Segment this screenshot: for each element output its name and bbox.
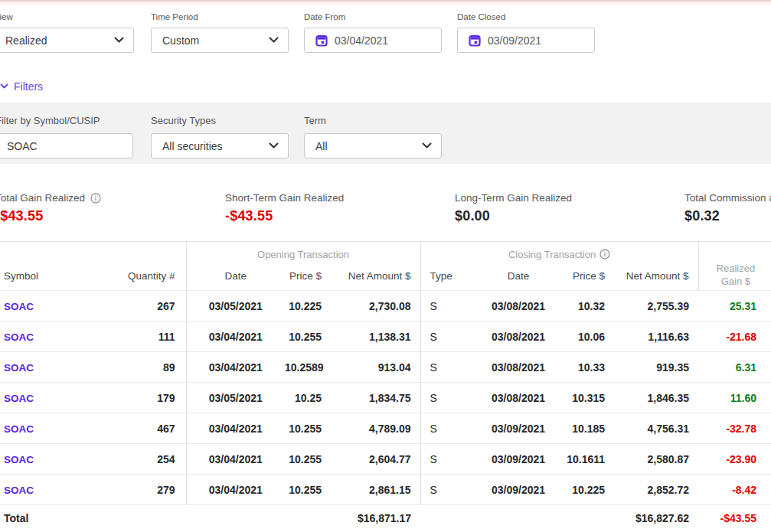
symbol-link[interactable]: SOAC [4, 485, 34, 496]
chevron-down-icon [0, 83, 8, 90]
cell-close-net: 1,116.63 [613, 321, 698, 352]
cell-close-date: 03/08/2021 [472, 321, 564, 352]
symbol-link[interactable]: SOAC [4, 331, 34, 343]
table-row: SOAC 111 03/04/2021 10.255 1,138.31 S 03… [0, 321, 771, 352]
total-label: Total [0, 505, 186, 532]
symbol-filter-input[interactable]: SOAC [0, 133, 133, 158]
cell-realized-gain: 6.31 [698, 352, 771, 383]
table-footer: Total $16,871.17 $16,827.62 -$43.55 [0, 505, 771, 532]
filter-panel: Filter by Symbol/CUSIP SOAC Security Typ… [0, 103, 771, 164]
date-closed-field: Date Closed 03/09/2021 [457, 12, 595, 53]
info-icon[interactable] [90, 193, 101, 204]
cell-open-net: 2,861.15 [331, 475, 420, 505]
cell-open-price: 10.255 [285, 475, 331, 505]
column-header-open-net: Net Amount $ [331, 262, 420, 291]
cell-close-price: 10.225 [564, 475, 613, 505]
cell-close-net: 2,755.39 [613, 291, 698, 321]
cell-close-date: 03/09/2021 [472, 413, 564, 444]
cell-close-date: 03/09/2021 [472, 475, 564, 505]
cell-open-net: 2,730.08 [331, 291, 420, 321]
top-controls: View Realized Time Period Custom Date Fr… [0, 12, 771, 53]
cell-open-net: 1,138.31 [331, 321, 420, 352]
column-header-close-net: Net Amount $ [613, 262, 698, 291]
cell-open-date: 03/04/2021 [186, 413, 285, 444]
stat-short-term-label: Short-Term Gain Realized [225, 192, 344, 204]
cell-open-price: 10.225 [285, 291, 331, 321]
cell-close-net: 1,846.35 [613, 383, 698, 413]
top-accent-bar [0, 0, 771, 5]
cell-open-price: 10.25 [285, 383, 331, 413]
term-select[interactable]: All [304, 133, 442, 158]
symbol-link[interactable]: SOAC [4, 301, 34, 312]
column-header-quantity: Quantity # [92, 262, 186, 291]
filters-toggle[interactable]: Filters [0, 80, 43, 93]
symbol-link[interactable]: SOAC [4, 423, 34, 435]
stat-short-term-gain: Short-Term Gain Realized -$43.55 [225, 192, 455, 224]
table-row: SOAC 267 03/05/2021 10.225 2,730.08 S 03… [0, 291, 771, 321]
cell-open-price: 10.255 [285, 413, 331, 444]
date-from-field: Date From 03/04/2021 [304, 12, 442, 53]
cell-quantity: 467 [92, 413, 186, 444]
date-from-input[interactable]: 03/04/2021 [304, 28, 442, 53]
cell-close-net: 2,852.72 [613, 475, 698, 505]
table-row: SOAC 279 03/04/2021 10.255 2,861.15 S 03… [0, 475, 771, 505]
stat-total-commission: Total Commission a $0.32 [684, 192, 771, 224]
cell-realized-gain: -8.42 [698, 475, 771, 505]
cell-quantity: 279 [92, 475, 186, 505]
date-closed-input[interactable]: 03/09/2021 [457, 28, 595, 53]
info-icon[interactable] [599, 249, 610, 259]
cell-close-net: 919.35 [613, 352, 698, 383]
cell-close-date: 03/09/2021 [472, 444, 564, 475]
security-types-label: Security Types [151, 115, 289, 126]
cell-close-date: 03/08/2021 [472, 291, 564, 321]
cell-open-net: 913.04 [331, 352, 420, 383]
realized-gains-table: Opening Transaction Closing Transaction … [0, 241, 771, 532]
calendar-icon[interactable] [315, 34, 328, 47]
security-types-select[interactable]: All securities [151, 133, 289, 158]
cell-open-date: 03/04/2021 [186, 321, 285, 352]
table-row: SOAC 179 03/05/2021 10.25 1,834.75 S 03/… [0, 383, 771, 413]
stat-total-commission-label: Total Commission a [684, 192, 771, 204]
stat-long-term-gain: Long-Term Gain Realized $0.00 [455, 192, 684, 224]
symbol-link[interactable]: SOAC [4, 454, 34, 465]
table-header: Opening Transaction Closing Transaction … [0, 242, 771, 291]
cell-type: S [420, 383, 472, 413]
cell-close-date: 03/08/2021 [472, 352, 564, 383]
chevron-down-icon [114, 37, 124, 44]
table-body: SOAC 267 03/05/2021 10.225 2,730.08 S 03… [0, 291, 771, 505]
cell-open-net: 4,789.09 [331, 413, 420, 444]
cell-realized-gain: -23.90 [698, 444, 771, 475]
cell-quantity: 89 [92, 352, 186, 383]
column-header-open-price: Price $ [285, 262, 331, 291]
symbol-link[interactable]: SOAC [4, 393, 34, 404]
cell-close-price: 10.33 [564, 352, 613, 383]
opening-transaction-group-header: Opening Transaction [186, 242, 420, 262]
term-label: Term [304, 115, 442, 126]
filters-toggle-label: Filters [14, 80, 43, 93]
cell-close-date: 03/08/2021 [472, 383, 564, 413]
cell-close-price: 10.1611 [564, 444, 613, 475]
time-period-select[interactable]: Custom [151, 28, 289, 53]
cell-realized-gain: -21.68 [698, 321, 771, 352]
table-row: SOAC 89 03/04/2021 10.2589 913.04 S 03/0… [0, 352, 771, 383]
calendar-icon[interactable] [469, 34, 481, 47]
term-field: Term All [304, 115, 442, 164]
cell-type: S [420, 352, 472, 383]
view-select[interactable]: Realized [0, 28, 134, 53]
total-row: Total $16,871.17 $16,827.62 -$43.55 [0, 505, 771, 532]
column-header-type: Type [420, 262, 472, 291]
column-header-open-date: Date [186, 262, 285, 291]
symbol-filter-label: Filter by Symbol/CUSIP [0, 115, 133, 126]
total-realized-gain: -$43.55 [698, 505, 771, 532]
stat-total-gain: Total Gain Realized -$43.55 [0, 192, 225, 224]
cell-close-net: 4,756.31 [613, 413, 698, 444]
cell-close-price: 10.06 [564, 321, 613, 352]
stat-total-gain-value: -$43.55 [0, 208, 225, 224]
chevron-down-icon [422, 142, 432, 149]
date-from-label: Date From [304, 12, 442, 21]
cell-open-date: 03/04/2021 [186, 352, 285, 383]
stat-long-term-label: Long-Term Gain Realized [455, 192, 572, 204]
cell-realized-gain: 25.31 [698, 291, 771, 321]
cell-close-net: 2,580.87 [613, 444, 698, 475]
symbol-link[interactable]: SOAC [4, 362, 34, 374]
